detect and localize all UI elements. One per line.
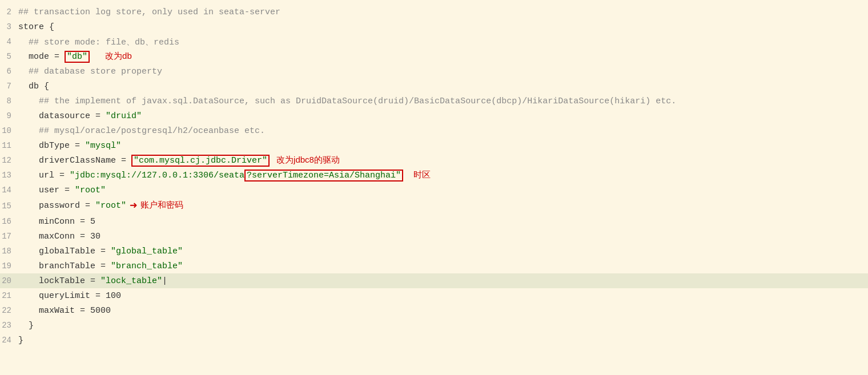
line-21: 21 queryLimit = 100 <box>0 288 868 303</box>
line-content-5: mode = "db" 改为db <box>16 51 868 63</box>
url-timezone: ?serverTimezone=Asia/Shanghai" <box>244 170 403 182</box>
annotation-timezone: 时区 <box>413 170 431 179</box>
line-num-21: 21 <box>0 291 16 300</box>
line-3: 3 store { <box>0 19 868 34</box>
line-num-5: 5 <box>0 52 16 61</box>
line-4: 4 ## store mode: file、db、redis <box>0 34 868 49</box>
line-num-2: 2 <box>0 7 16 17</box>
line-24: 24 } <box>0 333 868 348</box>
line-num-8: 8 <box>0 96 16 106</box>
line-content-21: queryLimit = 100 <box>16 291 868 301</box>
line-num-3: 3 <box>0 22 16 31</box>
annotation-password: 账户和密码 <box>140 200 183 209</box>
line-num-24: 24 <box>0 336 16 345</box>
line-18: 18 globalTable = "global_table" <box>0 244 868 259</box>
line-7: 7 db { <box>0 79 868 94</box>
line-content-10: ## mysql/oracle/postgresql/h2/oceanbase … <box>16 126 868 136</box>
line-content-6: ## database store property <box>16 67 868 76</box>
line-content-8: ## the implement of javax.sql.DataSource… <box>16 96 868 106</box>
line-content-2: ## transaction log store, only used in s… <box>16 7 868 17</box>
line-num-10: 10 <box>0 126 16 135</box>
user-value: "root" <box>75 186 106 195</box>
line-23: 23 } <box>0 318 868 333</box>
line-num-9: 9 <box>0 111 16 120</box>
lock-table-value: "lock_table" <box>101 276 162 286</box>
line-num-19: 19 <box>0 261 16 271</box>
line-content-7: db { <box>16 82 868 91</box>
url-prefix: "jdbc:mysql://127.0.0.1:3306/seata <box>70 171 244 180</box>
line-6: 6 ## database store property <box>0 64 868 79</box>
line-num-16: 16 <box>0 217 16 226</box>
line-content-24: } <box>16 336 868 345</box>
line-content-14: user = "root" <box>16 186 868 195</box>
dbtype-value: "mysql" <box>85 141 121 151</box>
line-content-11: dbType = "mysql" <box>16 141 868 151</box>
line-num-13: 13 <box>0 171 16 180</box>
line-16: 16 minConn = 5 <box>0 214 868 229</box>
line-12: 12 driverClassName = "com.mysql.cj.jdbc.… <box>0 153 868 168</box>
line-content-22: maxWait = 5000 <box>16 306 868 316</box>
line-content-4: ## store mode: file、db、redis <box>16 37 868 47</box>
line-22: 22 maxWait = 5000 <box>0 303 868 318</box>
line-content-18: globalTable = "global_table" <box>16 247 868 256</box>
line-content-12: driverClassName = "com.mysql.cj.jdbc.Dri… <box>16 155 868 167</box>
line-num-17: 17 <box>0 232 16 241</box>
line-11: 11 dbType = "mysql" <box>0 138 868 153</box>
line-num-6: 6 <box>0 67 16 76</box>
branch-table-value: "branch_table" <box>111 261 183 271</box>
annotation-driver: 改为jdbc8的驱动 <box>276 155 340 164</box>
line-14: 14 user = "root" <box>0 183 868 197</box>
line-2: 2 ## transaction log store, only used in… <box>0 5 868 19</box>
line-num-18: 18 <box>0 247 16 256</box>
line-10: 10 ## mysql/oracle/postgresql/h2/oceanba… <box>0 123 868 138</box>
line-15: 15 password = "root"➜账户和密码 <box>0 197 868 214</box>
mode-value: "db" <box>65 51 90 63</box>
line-8: 8 ## the implement of javax.sql.DataSour… <box>0 94 868 108</box>
line-content-19: branchTable = "branch_table" <box>16 261 868 271</box>
code-container: 2 ## transaction log store, only used in… <box>0 0 868 352</box>
line-20: 20 lockTable = "lock_table"| <box>0 273 868 288</box>
line-num-4: 4 <box>0 37 16 46</box>
driver-value: "com.mysql.cj.jdbc.Driver" <box>131 155 270 167</box>
line-num-20: 20 <box>0 276 16 285</box>
line-19: 19 branchTable = "branch_table" <box>0 259 868 273</box>
line-content-15: password = "root"➜账户和密码 <box>16 198 868 213</box>
line-9: 9 datasource = "druid" <box>0 108 868 123</box>
line-content-23: } <box>16 321 868 330</box>
line-num-15: 15 <box>0 201 16 211</box>
line-content-16: minConn = 5 <box>16 217 868 227</box>
arrow-icon: ➜ <box>130 199 137 213</box>
line-num-23: 23 <box>0 321 16 330</box>
line-17: 17 maxConn = 30 <box>0 229 868 244</box>
line-13: 13 url = "jdbc:mysql://127.0.0.1:3306/se… <box>0 168 868 183</box>
line-content-13: url = "jdbc:mysql://127.0.0.1:3306/seata… <box>16 170 868 182</box>
line-5: 5 mode = "db" 改为db <box>0 49 868 64</box>
line-content-17: maxConn = 30 <box>16 232 868 241</box>
annotation-mode: 改为db <box>105 51 132 61</box>
line-num-14: 14 <box>0 186 16 195</box>
datasource-value: "druid" <box>106 111 142 121</box>
line-content-20: lockTable = "lock_table"| <box>16 276 868 286</box>
line-content-3: store { <box>16 22 868 32</box>
password-value: "root" <box>95 201 126 211</box>
global-table-value: "global_table" <box>111 247 183 256</box>
line-num-7: 7 <box>0 82 16 91</box>
line-num-22: 22 <box>0 306 16 315</box>
line-num-11: 11 <box>0 141 16 150</box>
cursor: | <box>162 276 167 286</box>
line-num-12: 12 <box>0 156 16 165</box>
line-content-9: datasource = "druid" <box>16 111 868 121</box>
